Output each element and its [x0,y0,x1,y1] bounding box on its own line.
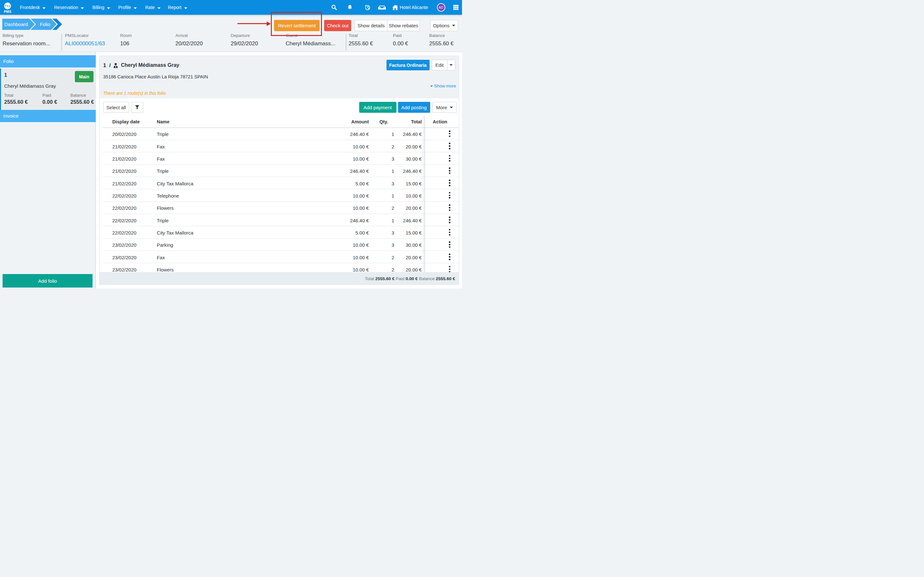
svg-text:u: u [6,4,8,7]
